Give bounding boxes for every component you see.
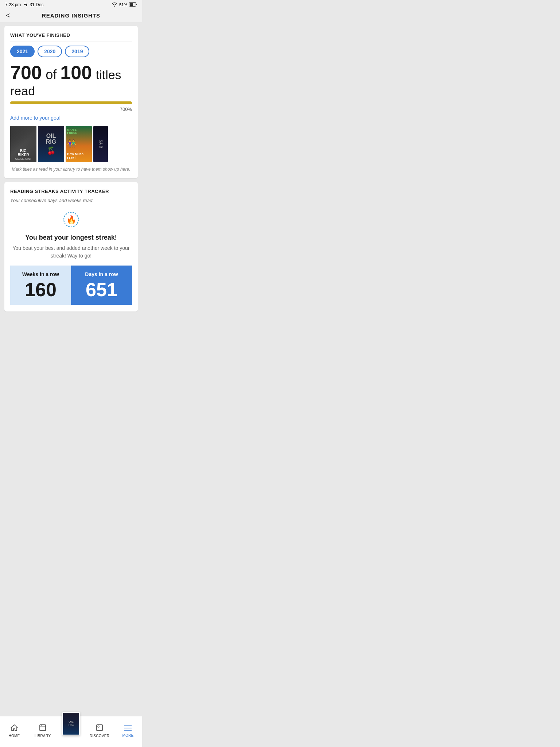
book-author-big-biker: CASSIE MINT	[15, 158, 32, 160]
progress-bar-container	[10, 101, 132, 104]
flame-icon: 🔥	[10, 211, 132, 232]
book-cover-marie-force: MARIEFORCE 👫 How MuchI Feel	[66, 126, 92, 162]
book-title-marie-force: How MuchI Feel	[67, 152, 83, 160]
streak-stats: Weeks in a row 160 Days in a row 651	[10, 266, 132, 305]
streak-subtext: You beat your best and added another wee…	[10, 244, 132, 260]
goal-of: of	[46, 67, 60, 82]
streak-headline: You beat your longest streak!	[10, 234, 132, 241]
year-tab-2020[interactable]: 2020	[38, 46, 62, 57]
page-header: < READING INSIGHTS	[0, 9, 142, 22]
goal-target: 100	[60, 62, 92, 83]
book-title-big-biker: BIGBIKER	[18, 149, 29, 157]
divider-1	[10, 42, 132, 42]
page-title: READING INSIGHTS	[42, 12, 100, 19]
book-covers-row: BIGBIKER CASSIE MINT OILRIG 🍒 MARIEFORCE…	[10, 126, 132, 162]
year-tab-2019[interactable]: 2019	[65, 46, 89, 57]
mark-as-read-hint: Mark titles as read in your library to h…	[10, 167, 132, 172]
back-button[interactable]: <	[6, 11, 10, 20]
weeks-in-a-row-stat: Weeks in a row 160	[10, 266, 71, 305]
progress-label: 700%	[10, 107, 132, 112]
status-bar: 7:23 pm Fri 31 Dec 51%	[0, 0, 142, 9]
streaks-card: READING STREAKS ACTIVITY TRACKER Your co…	[4, 182, 138, 311]
book-title-oil-rig: OILRIG	[46, 133, 56, 145]
status-time: 7:23 pm Fri 31 Dec	[5, 2, 43, 7]
progress-bar-fill	[10, 101, 132, 104]
battery-percentage: 51%	[119, 3, 127, 7]
streaks-section-title: READING STREAKS ACTIVITY TRACKER	[10, 189, 132, 194]
divider-2	[10, 207, 132, 207]
book-title-partial: SA B	[99, 140, 103, 148]
book-cover-oil-rig: OILRIG 🍒	[38, 126, 64, 162]
main-content: WHAT YOU'VE FINISHED 2021 2020 2019 700 …	[0, 22, 142, 348]
book-cover-big-biker: BIGBIKER CASSIE MINT	[10, 126, 36, 162]
battery-icon	[129, 2, 137, 7]
year-tabs: 2021 2020 2019	[10, 46, 132, 57]
finished-section-title: WHAT YOU'VE FINISHED	[10, 32, 132, 38]
days-in-a-row-stat: Days in a row 651	[71, 266, 132, 305]
goal-headline: 700 of 100 titles read	[10, 62, 132, 98]
days-count: 651	[75, 280, 128, 299]
finished-card: WHAT YOU'VE FINISHED 2021 2020 2019 700 …	[4, 26, 138, 178]
year-tab-2021[interactable]: 2021	[10, 46, 35, 57]
weeks-label: Weeks in a row	[15, 271, 67, 277]
status-icons: 51%	[112, 2, 137, 7]
goal-number: 700	[10, 62, 42, 83]
book-author-marie-force: MARIEFORCE	[67, 128, 77, 135]
svg-rect-1	[130, 3, 133, 6]
streaks-subtitle: Your consecutive days and weeks read.	[10, 198, 132, 203]
wifi-icon	[112, 2, 117, 7]
svg-text:🔥: 🔥	[66, 215, 77, 225]
book-cover-partial: SA B	[93, 126, 108, 162]
days-label: Days in a row	[75, 271, 128, 277]
weeks-count: 160	[15, 280, 67, 299]
add-goal-link[interactable]: Add more to your goal	[10, 115, 132, 121]
